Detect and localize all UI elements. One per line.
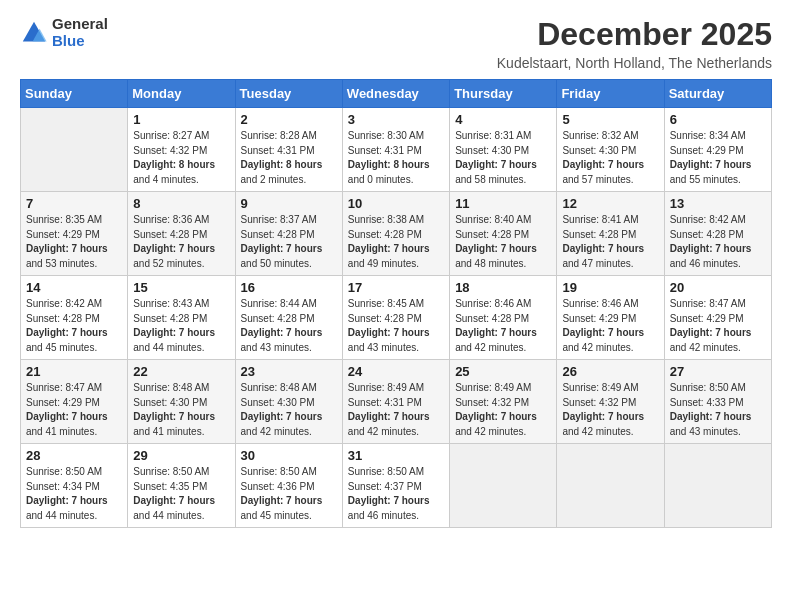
day-number: 28	[26, 448, 122, 463]
day-number: 13	[670, 196, 766, 211]
day-number: 30	[241, 448, 337, 463]
calendar-cell: 5Sunrise: 8:32 AMSunset: 4:30 PMDaylight…	[557, 108, 664, 192]
day-number: 12	[562, 196, 658, 211]
day-info: Sunrise: 8:35 AMSunset: 4:29 PMDaylight:…	[26, 213, 122, 271]
calendar-cell: 15Sunrise: 8:43 AMSunset: 4:28 PMDayligh…	[128, 276, 235, 360]
day-info: Sunrise: 8:44 AMSunset: 4:28 PMDaylight:…	[241, 297, 337, 355]
calendar-cell: 19Sunrise: 8:46 AMSunset: 4:29 PMDayligh…	[557, 276, 664, 360]
calendar-cell: 12Sunrise: 8:41 AMSunset: 4:28 PMDayligh…	[557, 192, 664, 276]
day-info: Sunrise: 8:47 AMSunset: 4:29 PMDaylight:…	[26, 381, 122, 439]
calendar-cell: 8Sunrise: 8:36 AMSunset: 4:28 PMDaylight…	[128, 192, 235, 276]
location: Kudelstaart, North Holland, The Netherla…	[497, 55, 772, 71]
day-number: 7	[26, 196, 122, 211]
day-number: 4	[455, 112, 551, 127]
calendar-cell	[664, 444, 771, 528]
calendar-cell: 6Sunrise: 8:34 AMSunset: 4:29 PMDaylight…	[664, 108, 771, 192]
day-number: 22	[133, 364, 229, 379]
day-info: Sunrise: 8:34 AMSunset: 4:29 PMDaylight:…	[670, 129, 766, 187]
calendar-cell: 24Sunrise: 8:49 AMSunset: 4:31 PMDayligh…	[342, 360, 449, 444]
calendar-cell: 9Sunrise: 8:37 AMSunset: 4:28 PMDaylight…	[235, 192, 342, 276]
day-info: Sunrise: 8:28 AMSunset: 4:31 PMDaylight:…	[241, 129, 337, 187]
calendar-cell	[557, 444, 664, 528]
day-number: 18	[455, 280, 551, 295]
calendar-cell: 13Sunrise: 8:42 AMSunset: 4:28 PMDayligh…	[664, 192, 771, 276]
header-row: SundayMondayTuesdayWednesdayThursdayFrid…	[21, 80, 772, 108]
calendar-cell	[21, 108, 128, 192]
day-info: Sunrise: 8:30 AMSunset: 4:31 PMDaylight:…	[348, 129, 444, 187]
calendar-cell: 14Sunrise: 8:42 AMSunset: 4:28 PMDayligh…	[21, 276, 128, 360]
calendar-cell	[450, 444, 557, 528]
day-info: Sunrise: 8:43 AMSunset: 4:28 PMDaylight:…	[133, 297, 229, 355]
day-info: Sunrise: 8:36 AMSunset: 4:28 PMDaylight:…	[133, 213, 229, 271]
week-row-3: 21Sunrise: 8:47 AMSunset: 4:29 PMDayligh…	[21, 360, 772, 444]
day-info: Sunrise: 8:31 AMSunset: 4:30 PMDaylight:…	[455, 129, 551, 187]
header-cell-sunday: Sunday	[21, 80, 128, 108]
day-number: 14	[26, 280, 122, 295]
header-cell-wednesday: Wednesday	[342, 80, 449, 108]
logo-text: General Blue	[52, 16, 108, 49]
day-info: Sunrise: 8:49 AMSunset: 4:32 PMDaylight:…	[455, 381, 551, 439]
logo-icon	[20, 19, 48, 47]
calendar-cell: 31Sunrise: 8:50 AMSunset: 4:37 PMDayligh…	[342, 444, 449, 528]
day-info: Sunrise: 8:49 AMSunset: 4:31 PMDaylight:…	[348, 381, 444, 439]
day-number: 29	[133, 448, 229, 463]
day-number: 11	[455, 196, 551, 211]
calendar-body: 1Sunrise: 8:27 AMSunset: 4:32 PMDaylight…	[21, 108, 772, 528]
header-cell-monday: Monday	[128, 80, 235, 108]
calendar-cell: 28Sunrise: 8:50 AMSunset: 4:34 PMDayligh…	[21, 444, 128, 528]
calendar-cell: 26Sunrise: 8:49 AMSunset: 4:32 PMDayligh…	[557, 360, 664, 444]
day-number: 27	[670, 364, 766, 379]
day-info: Sunrise: 8:50 AMSunset: 4:33 PMDaylight:…	[670, 381, 766, 439]
week-row-0: 1Sunrise: 8:27 AMSunset: 4:32 PMDaylight…	[21, 108, 772, 192]
calendar-cell: 21Sunrise: 8:47 AMSunset: 4:29 PMDayligh…	[21, 360, 128, 444]
day-number: 21	[26, 364, 122, 379]
calendar-cell: 2Sunrise: 8:28 AMSunset: 4:31 PMDaylight…	[235, 108, 342, 192]
day-number: 17	[348, 280, 444, 295]
calendar-table: SundayMondayTuesdayWednesdayThursdayFrid…	[20, 79, 772, 528]
week-row-1: 7Sunrise: 8:35 AMSunset: 4:29 PMDaylight…	[21, 192, 772, 276]
day-info: Sunrise: 8:38 AMSunset: 4:28 PMDaylight:…	[348, 213, 444, 271]
day-number: 6	[670, 112, 766, 127]
calendar-cell: 1Sunrise: 8:27 AMSunset: 4:32 PMDaylight…	[128, 108, 235, 192]
calendar-cell: 23Sunrise: 8:48 AMSunset: 4:30 PMDayligh…	[235, 360, 342, 444]
header-cell-friday: Friday	[557, 80, 664, 108]
day-number: 3	[348, 112, 444, 127]
day-number: 9	[241, 196, 337, 211]
day-info: Sunrise: 8:48 AMSunset: 4:30 PMDaylight:…	[133, 381, 229, 439]
day-info: Sunrise: 8:40 AMSunset: 4:28 PMDaylight:…	[455, 213, 551, 271]
header-cell-tuesday: Tuesday	[235, 80, 342, 108]
day-info: Sunrise: 8:46 AMSunset: 4:28 PMDaylight:…	[455, 297, 551, 355]
month-title: December 2025	[497, 16, 772, 53]
calendar-cell: 27Sunrise: 8:50 AMSunset: 4:33 PMDayligh…	[664, 360, 771, 444]
calendar-cell: 3Sunrise: 8:30 AMSunset: 4:31 PMDaylight…	[342, 108, 449, 192]
day-info: Sunrise: 8:47 AMSunset: 4:29 PMDaylight:…	[670, 297, 766, 355]
calendar-cell: 25Sunrise: 8:49 AMSunset: 4:32 PMDayligh…	[450, 360, 557, 444]
day-info: Sunrise: 8:46 AMSunset: 4:29 PMDaylight:…	[562, 297, 658, 355]
day-number: 23	[241, 364, 337, 379]
week-row-2: 14Sunrise: 8:42 AMSunset: 4:28 PMDayligh…	[21, 276, 772, 360]
calendar-cell: 18Sunrise: 8:46 AMSunset: 4:28 PMDayligh…	[450, 276, 557, 360]
day-number: 16	[241, 280, 337, 295]
calendar-cell: 29Sunrise: 8:50 AMSunset: 4:35 PMDayligh…	[128, 444, 235, 528]
day-number: 31	[348, 448, 444, 463]
day-info: Sunrise: 8:50 AMSunset: 4:37 PMDaylight:…	[348, 465, 444, 523]
day-number: 10	[348, 196, 444, 211]
day-number: 25	[455, 364, 551, 379]
calendar-cell: 10Sunrise: 8:38 AMSunset: 4:28 PMDayligh…	[342, 192, 449, 276]
day-info: Sunrise: 8:42 AMSunset: 4:28 PMDaylight:…	[670, 213, 766, 271]
calendar-cell: 20Sunrise: 8:47 AMSunset: 4:29 PMDayligh…	[664, 276, 771, 360]
day-number: 24	[348, 364, 444, 379]
day-info: Sunrise: 8:50 AMSunset: 4:34 PMDaylight:…	[26, 465, 122, 523]
day-info: Sunrise: 8:32 AMSunset: 4:30 PMDaylight:…	[562, 129, 658, 187]
calendar-cell: 17Sunrise: 8:45 AMSunset: 4:28 PMDayligh…	[342, 276, 449, 360]
day-number: 19	[562, 280, 658, 295]
day-info: Sunrise: 8:37 AMSunset: 4:28 PMDaylight:…	[241, 213, 337, 271]
day-info: Sunrise: 8:49 AMSunset: 4:32 PMDaylight:…	[562, 381, 658, 439]
calendar-header: SundayMondayTuesdayWednesdayThursdayFrid…	[21, 80, 772, 108]
day-number: 2	[241, 112, 337, 127]
day-info: Sunrise: 8:45 AMSunset: 4:28 PMDaylight:…	[348, 297, 444, 355]
day-number: 1	[133, 112, 229, 127]
day-number: 8	[133, 196, 229, 211]
day-info: Sunrise: 8:50 AMSunset: 4:36 PMDaylight:…	[241, 465, 337, 523]
day-number: 15	[133, 280, 229, 295]
